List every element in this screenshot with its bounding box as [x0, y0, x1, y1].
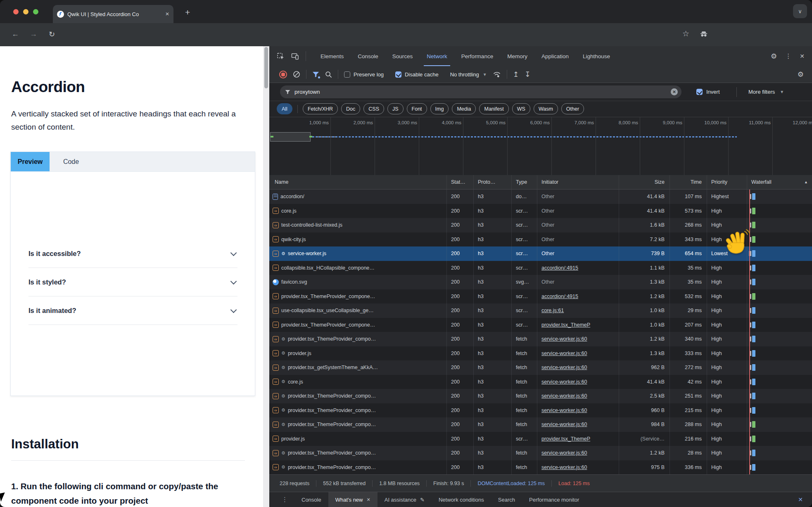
table-row[interactable]: ‹›⚙provider.tsx_ThemeProvider_compo…200h… [269, 417, 812, 432]
clear-network-log-icon[interactable] [293, 71, 300, 78]
filter-chip-other[interactable]: Other [561, 103, 584, 114]
devtools-tab-memory[interactable]: Memory [500, 46, 534, 66]
drawer-tab-console[interactable]: Console [294, 492, 328, 507]
devtools-tab-sources[interactable]: Sources [385, 46, 420, 66]
initiator-link[interactable]: service-worker.js:60 [541, 351, 587, 356]
close-icon[interactable]: ✕ [367, 497, 370, 502]
drawer-tab-performance-monitor[interactable]: Performance monitor [522, 492, 586, 507]
devtools-tab-application[interactable]: Application [534, 46, 576, 66]
page-scrollbar[interactable] [263, 46, 269, 507]
column-header-type[interactable]: Type [512, 175, 537, 189]
disable-cache-checkbox[interactable]: Disable cache [395, 71, 439, 78]
devtools-tab-elements[interactable]: Elements [313, 46, 351, 66]
initiator-link[interactable]: service-worker.js:60 [541, 379, 587, 385]
tab-code[interactable]: Code [50, 152, 93, 171]
filter-chip-media[interactable]: Media [452, 103, 476, 114]
drawer-close-icon[interactable]: ✕ [798, 496, 803, 503]
table-row[interactable]: ‹›⚙provider.tsx_ThemeProvider_compo…200h… [269, 403, 812, 418]
throttling-dropdown[interactable]: No throttling ▼ [450, 71, 487, 78]
column-header-size[interactable]: Size [619, 175, 670, 189]
filter-chip-img[interactable]: Img [430, 103, 449, 114]
filter-input[interactable]: proxytown ✕ [280, 85, 681, 98]
column-header-status[interactable]: Stat… [447, 175, 474, 189]
filter-chip-all[interactable]: All [277, 103, 292, 114]
accordion-item-accessible[interactable]: Is it accessible? [28, 239, 237, 268]
initiator-link[interactable]: service-worker.js:60 [541, 336, 587, 342]
tab-search-chevron-button[interactable]: ∨ [793, 4, 807, 18]
export-har-icon[interactable]: ↧ [525, 70, 530, 79]
initiator-link[interactable]: accordion/:4915 [541, 265, 578, 271]
table-row[interactable]: favicon.svg200h3svg…Other1.3 kB35 msHigh [269, 275, 812, 289]
table-row[interactable]: ‹›core.js200h3scr…Other41.4 kB573 msHigh [269, 204, 812, 218]
table-row[interactable]: ‹›⚙core.js200h3fetchservice-worker.js:60… [269, 375, 812, 389]
drawer-tab-network-conditions[interactable]: Network conditions [432, 492, 491, 507]
table-row[interactable]: ‹›provider.tsx_ThemeProvider_compone…200… [269, 289, 812, 304]
back-icon[interactable]: ← [12, 30, 19, 38]
reload-icon[interactable]: ↻ [49, 30, 55, 39]
initiator-link[interactable]: service-worker.js:60 [541, 464, 587, 470]
devtools-tab-lighthouse[interactable]: Lighthouse [576, 46, 617, 66]
table-row[interactable]: ‹›⚙provider.tsx_ThemeProvider_compo…200h… [269, 446, 812, 460]
initiator-link[interactable]: core.js:61 [541, 308, 564, 313]
table-row[interactable]: ‹›⚙provider.js200h3fetchservice-worker.j… [269, 346, 812, 361]
column-header-name[interactable]: Name [269, 175, 447, 189]
search-icon[interactable] [325, 71, 332, 78]
tab-close-icon[interactable]: ✕ [165, 11, 169, 17]
drawer-tab-search[interactable]: Search [491, 492, 522, 507]
accordion-item-styled[interactable]: Is it styled? [28, 268, 237, 296]
initiator-link[interactable]: service-worker.js:60 [541, 365, 587, 370]
network-overview-timeline[interactable]: 1,000 ms2,000 ms3,000 ms4,000 ms5,000 ms… [269, 117, 812, 175]
table-row[interactable]: ‹›collapsible.tsx_HCollapsible_compone…2… [269, 261, 812, 275]
initiator-link[interactable]: provider.tsx_ThemeP [541, 322, 590, 328]
new-tab-button[interactable]: + [185, 7, 190, 17]
filter-chip-ws[interactable]: WS [512, 103, 530, 114]
devtools-close-icon[interactable]: ✕ [800, 53, 805, 59]
filter-chip-css[interactable]: CSS [363, 103, 384, 114]
drawer-kebab-menu-icon[interactable]: ⋮ [282, 496, 288, 503]
bookmark-star-icon[interactable]: ☆ [682, 29, 689, 38]
tab-preview[interactable]: Preview [11, 152, 50, 171]
minimize-window-button[interactable] [23, 9, 28, 14]
browser-tab[interactable]: Qwik UI | Styled Accordion Co ✕ [53, 5, 173, 23]
filter-chip-wasm[interactable]: Wasm [534, 103, 558, 114]
import-har-icon[interactable]: ↥ [513, 70, 519, 79]
table-row[interactable]: ‹›provider.tsx_ThemeProvider_compone…200… [269, 318, 812, 332]
filter-chip-manifest[interactable]: Manifest [479, 103, 508, 114]
drawer-tab-ai-assistance[interactable]: AI assistance✎ [378, 492, 432, 507]
initiator-link[interactable]: service-worker.js:60 [541, 422, 587, 427]
devtools-settings-gear-icon[interactable]: ⚙ [771, 52, 777, 61]
network-settings-gear-icon[interactable]: ⚙ [798, 70, 812, 79]
table-row[interactable]: ‹›⚙provider.tsx_getSystemTheme_aKkA…200h… [269, 360, 812, 375]
drawer-tab-what-s-new[interactable]: What's new✕ [328, 492, 378, 507]
close-window-button[interactable] [13, 9, 19, 14]
devtools-tab-performance[interactable]: Performance [454, 46, 500, 66]
table-row[interactable]: ‹›⚙provider.tsx_ThemeProvider_compo…200h… [269, 389, 812, 403]
more-filters-dropdown[interactable]: More filters ▼ [748, 89, 784, 95]
filter-chip-doc[interactable]: Doc [341, 103, 360, 114]
filter-icon[interactable] [312, 71, 319, 78]
accordion-item-animated[interactable]: Is it animated? [28, 296, 237, 325]
table-row[interactable]: ‹›use-collapsible.tsx_useCollapsible_ge…… [269, 303, 812, 318]
initiator-link[interactable]: service-worker.js:60 [541, 450, 587, 456]
initiator-link[interactable]: service-worker.js:60 [541, 407, 587, 413]
timeline-selection[interactable] [270, 132, 311, 142]
table-row[interactable]: ‹›⚙provider.tsx_ThemeProvider_compo…200h… [269, 460, 812, 475]
forward-icon[interactable]: → [30, 30, 37, 38]
zoom-window-button[interactable] [33, 9, 38, 14]
column-header-initiator[interactable]: Initiator [537, 175, 619, 189]
column-header-priority[interactable]: Priority [707, 175, 747, 189]
invert-filter-checkbox[interactable]: Invert [696, 89, 720, 95]
filter-chip-fetch-xhr[interactable]: Fetch/XHR [303, 103, 338, 114]
device-toolbar-icon[interactable] [291, 53, 299, 60]
table-row[interactable]: ‹›provider.js200h3scr…provider.tsx_Theme… [269, 432, 812, 446]
table-row[interactable]: ‹›⚙provider.tsx_ThemeProvider_compo…200h… [269, 332, 812, 346]
clear-filter-icon[interactable]: ✕ [671, 88, 678, 95]
devtools-kebab-menu-icon[interactable]: ⋮ [785, 52, 791, 60]
filter-chip-js[interactable]: JS [387, 103, 404, 114]
inspect-element-icon[interactable] [277, 52, 285, 60]
table-row[interactable]: accordion/200h3do…Other41.4 kB107 msHigh… [269, 190, 812, 204]
scrollbar-thumb[interactable] [264, 47, 268, 88]
initiator-link[interactable]: service-worker.js:60 [541, 393, 587, 399]
devtools-tab-network[interactable]: Network [420, 46, 454, 66]
filter-chip-font[interactable]: Font [407, 103, 427, 114]
